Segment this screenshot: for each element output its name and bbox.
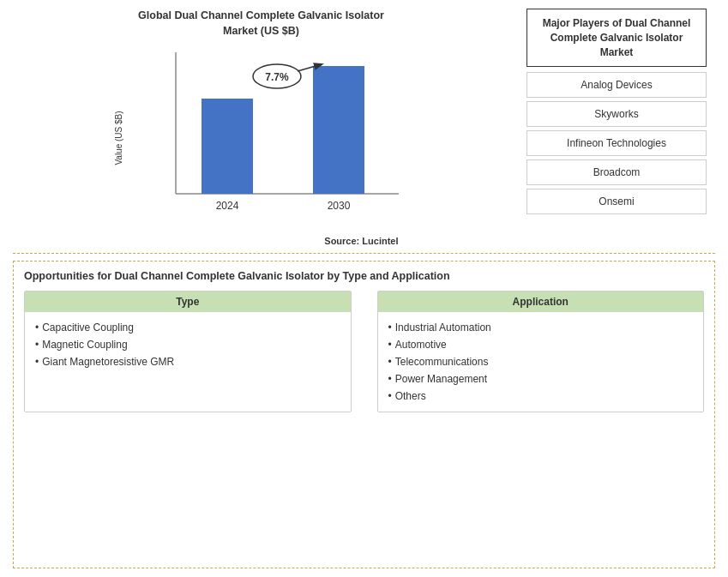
player-item-4: Onsemi [526,189,707,214]
players-section: Major Players of Dual Channel Complete G… [518,9,715,246]
app-item-2: • Telecommunications [388,353,694,370]
bar-2030 [313,66,364,194]
app-bullet-2: • [388,356,392,368]
type-item-2: • Giant Magnetoresistive GMR [35,353,340,370]
type-item-1: • Magnetic Coupling [35,336,340,353]
player-item-0: Analog Devices [526,72,707,98]
app-item-4: • Others [388,388,694,405]
player-item-3: Broadcom [526,159,707,185]
app-bullet-3: • [388,373,392,385]
bar-2024 [202,99,253,194]
app-item-3: • Power Management [388,370,694,388]
app-bullet-0: • [388,322,392,334]
bullet-1: • [35,339,39,351]
bottom-section: Opportunities for Dual Channel Complete … [13,261,715,568]
section-divider [13,253,715,254]
application-column: Application • Industrial Automation • Au… [377,291,705,412]
application-header: Application [378,292,704,312]
type-item-0: • Capacitive Coupling [35,319,340,336]
bullet-2: • [35,356,39,368]
application-body: • Industrial Automation • Automotive • T… [378,312,704,412]
chart-svg: 2024 2030 7.7% [150,44,424,228]
type-header: Type [25,292,351,312]
chart-source: Source: Lucintel [124,236,399,246]
annotation-text: 7.7% [265,71,289,83]
opportunities-title: Opportunities for Dual Channel Complete … [24,270,704,282]
top-section: Global Dual Channel Complete Galvanic Is… [13,9,715,246]
app-item-1: • Automotive [388,336,694,353]
app-item-0: • Industrial Automation [388,319,694,336]
app-bullet-1: • [388,339,392,351]
chart-y-label: Value (US $B) [114,111,123,165]
chart-area: Value (US $B) 2024 2030 [124,44,399,232]
app-bullet-4: • [388,390,392,402]
chart-title: Global Dual Channel Complete Galvanic Is… [138,9,384,39]
type-body: • Capacitive Coupling • Magnetic Couplin… [25,312,351,377]
chart-section: Global Dual Channel Complete Galvanic Is… [13,9,509,246]
main-container: Global Dual Channel Complete Galvanic Is… [0,0,728,577]
player-item-1: Skyworks [526,101,707,127]
type-column: Type • Capacitive Coupling • Magnetic Co… [24,291,352,412]
player-item-2: Infineon Technologies [526,130,707,156]
x-label-2030: 2030 [327,200,350,212]
players-title-box: Major Players of Dual Channel Complete G… [526,9,707,67]
x-label-2024: 2024 [215,200,238,212]
bottom-columns: Type • Capacitive Coupling • Magnetic Co… [24,291,704,412]
bullet-0: • [35,322,39,334]
